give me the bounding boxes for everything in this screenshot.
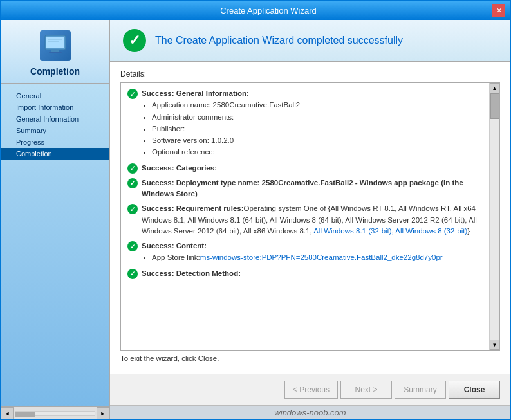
- content-area: Completion General Import Information Ge…: [1, 20, 510, 419]
- scroll-left-arrow[interactable]: ◄: [1, 407, 14, 420]
- success-icon-deployment: [127, 178, 138, 188]
- scroll-right-arrow[interactable]: ►: [97, 407, 109, 420]
- scroll-down-button[interactable]: ▼: [490, 340, 500, 350]
- title-bar: Create Application Wizard ✕: [1, 1, 510, 20]
- detail-general-text: Success: General Information: Applicatio…: [142, 88, 483, 159]
- detail-row-detection: Success: Detection Method:: [127, 268, 483, 279]
- detail-deployment-text: Success: Deployment type name: 2580Cream…: [142, 178, 483, 200]
- completion-header-text: The Create Application Wizard completed …: [155, 35, 403, 46]
- detail-requirements-text: Success: Requirement rules:Operating sys…: [142, 203, 483, 237]
- detail-content-text: Success: Content: App Store link:ms-wind…: [142, 241, 483, 264]
- success-icon-requirements: [127, 204, 138, 214]
- main-header: The Create Application Wizard completed …: [110, 20, 510, 62]
- window-controls: ✕: [492, 4, 505, 17]
- app-icon: [40, 30, 71, 61]
- sidebar-item-completion[interactable]: Completion: [1, 148, 109, 160]
- success-icon-large: [123, 29, 146, 52]
- watermark-bar: windows-noob.com: [110, 405, 510, 419]
- details-content[interactable]: Success: General Information: Applicatio…: [121, 83, 489, 350]
- window-title: Create Application Wizard: [44, 6, 492, 15]
- application-window: Create Application Wizard ✕: [0, 0, 511, 420]
- detail-row-requirements: Success: Requirement rules:Operating sys…: [127, 203, 483, 237]
- svg-rect-1: [46, 37, 64, 48]
- close-button[interactable]: Close: [449, 381, 500, 399]
- detail-row-content: Success: Content: App Store link:ms-wind…: [127, 241, 483, 264]
- success-icon-content: [127, 241, 138, 251]
- exit-note: To exit the wizard, click Close.: [120, 351, 500, 366]
- detail-row-general: Success: General Information: Applicatio…: [127, 88, 483, 159]
- sidebar-scrollbar: ◄ ►: [1, 406, 109, 419]
- close-window-button[interactable]: ✕: [492, 4, 505, 17]
- success-icon-general: [127, 89, 138, 99]
- sidebar-item-summary[interactable]: Summary: [1, 125, 109, 136]
- footer: < Previous Next > Summary Close: [110, 374, 510, 405]
- scroll-track: [15, 411, 95, 416]
- sidebar-title: Completion: [30, 66, 80, 77]
- scroll-thumb[interactable]: [15, 412, 35, 417]
- detail-categories-text: Success: Categories:: [142, 163, 483, 174]
- success-icon-detection: [127, 269, 138, 279]
- sidebar-item-general-information[interactable]: General Information: [1, 113, 109, 125]
- svg-rect-3: [49, 52, 62, 53]
- detail-detection-text: Success: Detection Method:: [142, 268, 483, 279]
- sidebar-item-import-information[interactable]: Import Information: [1, 102, 109, 113]
- svg-rect-2: [51, 50, 59, 52]
- next-button[interactable]: Next >: [340, 381, 392, 399]
- detail-row-deployment: Success: Deployment type name: 2580Cream…: [127, 178, 483, 200]
- sidebar-nav: General Import Information General Infor…: [1, 84, 109, 406]
- main-body: Details: Success: General Information: A…: [110, 62, 510, 374]
- details-box: Success: General Information: Applicatio…: [120, 82, 500, 351]
- detail-row-categories: Success: Categories:: [127, 163, 483, 174]
- sidebar-item-progress[interactable]: Progress: [1, 136, 109, 148]
- sidebar: Completion General Import Information Ge…: [1, 20, 110, 419]
- details-scrollbar: ▲ ▼: [489, 83, 499, 350]
- scroll-up-button[interactable]: ▲: [490, 83, 500, 93]
- main-panel: The Create Application Wizard completed …: [110, 20, 510, 419]
- sidebar-header: Completion: [1, 20, 109, 84]
- previous-button[interactable]: < Previous: [284, 381, 338, 399]
- summary-button[interactable]: Summary: [395, 381, 446, 399]
- watermark-text: windows-noob.com: [274, 408, 346, 417]
- scroll-thumb-vertical[interactable]: [490, 93, 499, 119]
- success-icon-categories: [127, 163, 138, 174]
- scroll-track-vertical: [490, 93, 500, 340]
- sidebar-item-general[interactable]: General: [1, 90, 109, 102]
- details-label: Details:: [120, 69, 500, 78]
